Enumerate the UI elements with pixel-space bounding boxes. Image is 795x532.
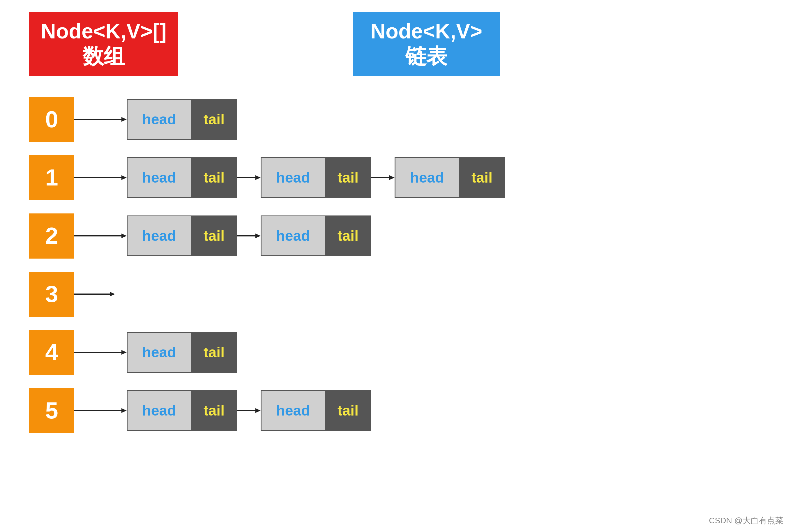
node-5-0: headtail — [127, 390, 237, 431]
arrow-from-index-5 — [74, 406, 127, 415]
row-0: 0 headtail — [29, 99, 505, 140]
watermark: CSDN @大白有点菜 — [709, 515, 783, 526]
node-2-1: headtail — [261, 215, 371, 256]
arrow-from-index-1 — [74, 173, 127, 182]
node-tail-1-2: tail — [459, 157, 505, 198]
node-head-0-0: head — [127, 99, 191, 140]
node-tail-1-1: tail — [325, 157, 371, 198]
array-label: Node<K,V>[] 数组 — [29, 12, 178, 76]
row-4: 4 headtail — [29, 332, 505, 373]
node-tail-2-1: tail — [325, 215, 371, 256]
node-tail-2-0: tail — [191, 215, 237, 256]
node-head-1-2: head — [395, 157, 459, 198]
arrow-from-index-3 — [74, 290, 115, 299]
node-head-2-1: head — [261, 215, 325, 256]
index-box-2: 2 — [29, 213, 74, 259]
svg-marker-17 — [121, 408, 127, 413]
header-area: Node<K,V>[] 数组 Node<K,V> 链表 — [29, 12, 500, 76]
node-head-5-0: head — [127, 390, 191, 431]
rows-area: 0 headtail1 headtail headtail headtail2 … — [29, 99, 505, 431]
node-2-0: headtail — [127, 215, 237, 256]
between-arrow-1-1 — [371, 173, 395, 182]
between-arrow-2-0 — [237, 231, 261, 240]
node-0-0: headtail — [127, 99, 237, 140]
index-box-5: 5 — [29, 388, 74, 433]
svg-marker-7 — [389, 175, 395, 180]
svg-marker-9 — [121, 233, 127, 238]
node-head-5-1: head — [261, 390, 325, 431]
node-tail-4-0: tail — [191, 332, 237, 373]
node-head-4-0: head — [127, 332, 191, 373]
node-tail-1-0: tail — [191, 157, 237, 198]
node-1-2: headtail — [395, 157, 505, 198]
svg-marker-11 — [255, 233, 261, 238]
row-1: 1 headtail headtail headtail — [29, 157, 505, 198]
index-box-1: 1 — [29, 155, 74, 200]
row-2: 2 headtail headtail — [29, 215, 505, 256]
row-5: 5 headtail headtail — [29, 390, 505, 431]
svg-marker-3 — [121, 175, 127, 180]
arrow-from-index-4 — [74, 348, 127, 357]
node-5-1: headtail — [261, 390, 371, 431]
linkedlist-label: Node<K,V> 链表 — [353, 12, 500, 76]
node-head-2-0: head — [127, 215, 191, 256]
node-tail-5-1: tail — [325, 390, 371, 431]
svg-marker-15 — [121, 350, 127, 355]
svg-marker-13 — [110, 292, 115, 297]
arrow-from-index-0 — [74, 115, 127, 124]
node-1-1: headtail — [261, 157, 371, 198]
svg-marker-5 — [255, 175, 261, 180]
node-tail-0-0: tail — [191, 99, 237, 140]
arrow-from-index-2 — [74, 231, 127, 240]
node-4-0: headtail — [127, 332, 237, 373]
node-head-1-1: head — [261, 157, 325, 198]
node-tail-5-0: tail — [191, 390, 237, 431]
index-box-3: 3 — [29, 272, 74, 317]
node-head-1-0: head — [127, 157, 191, 198]
svg-marker-1 — [121, 117, 127, 122]
between-arrow-5-0 — [237, 406, 261, 415]
row-3: 3 — [29, 274, 505, 315]
node-1-0: headtail — [127, 157, 237, 198]
svg-marker-19 — [255, 408, 261, 413]
index-box-4: 4 — [29, 330, 74, 375]
index-box-0: 0 — [29, 97, 74, 142]
between-arrow-1-0 — [237, 173, 261, 182]
